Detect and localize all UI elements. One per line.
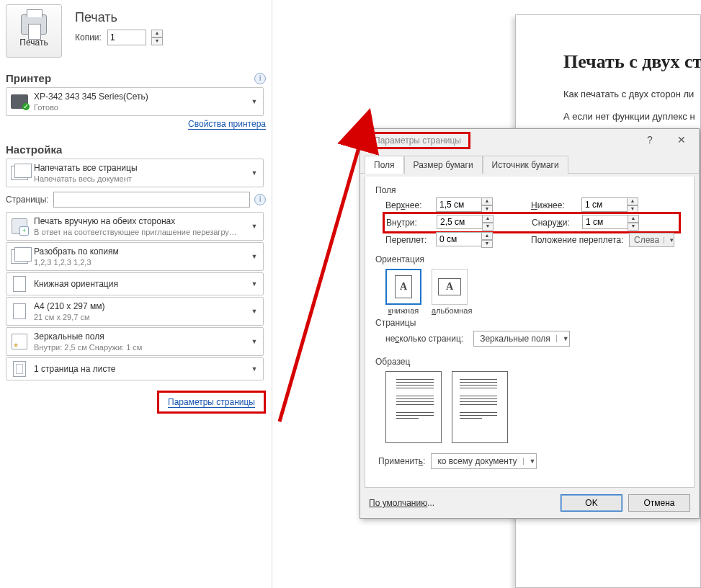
gutter-pos-value: Слева (630, 235, 664, 245)
pages-field-label: Страницы: (6, 195, 49, 205)
doc-heading: Печать с двух ст (563, 51, 700, 73)
printer-status-icon (11, 94, 28, 109)
landscape-icon: A (438, 278, 461, 295)
copies-label: Копии: (75, 32, 102, 43)
pages-icon (11, 166, 28, 180)
chevron-down-icon: ▼ (250, 273, 259, 295)
chevron-down-icon: ▼ (250, 328, 259, 355)
orientation-portrait-label: книжная (385, 306, 421, 315)
pages-info-icon[interactable]: i (254, 194, 266, 205)
margins-title: Зеркальные поля (34, 331, 247, 342)
tab-paper-source[interactable]: Источник бумаги (483, 156, 568, 174)
gutter-input[interactable] (436, 232, 482, 246)
chevron-down-icon: ▼ (250, 358, 259, 380)
preview-page-right (452, 371, 508, 443)
multi-pages-label: несколько страниц: (385, 334, 463, 344)
spin-up[interactable]: ▲ (482, 215, 494, 223)
multi-pages-value: Зеркальные поля (474, 334, 556, 344)
margins-dropdown[interactable]: Зеркальные поля Внутри: 2,5 см Снаружи: … (6, 327, 264, 356)
chevron-down-icon: ▼ (250, 159, 259, 187)
margin-top-label: Верхнее: (385, 200, 436, 210)
dialog-tabstrip: Поля Размер бумаги Источник бумаги (360, 153, 699, 174)
multi-pages-combo[interactable]: Зеркальные поля▼ (473, 331, 570, 347)
pages-scope-title: Напечатать все страницы (34, 163, 247, 174)
orientation-portrait-button[interactable]: A (385, 269, 421, 305)
spin-down[interactable]: ▼ (628, 223, 639, 231)
orientation-icon (13, 276, 26, 292)
copies-input[interactable] (107, 30, 146, 45)
chevron-down-icon: ▼ (250, 213, 259, 240)
margin-preview (385, 371, 684, 443)
spin-up[interactable]: ▲ (481, 232, 493, 240)
printer-icon (21, 14, 47, 35)
printer-name: XP-342 343 345 Series(Сеть) (34, 92, 247, 102)
margin-bottom-input[interactable] (581, 197, 628, 212)
printer-dropdown[interactable]: XP-342 343 345 Series(Сеть) Готово ▼ (6, 87, 264, 116)
chevron-down-icon: ▼ (250, 298, 259, 325)
default-button[interactable]: По умолчанию... (369, 498, 434, 508)
cancel-button[interactable]: Отмена (628, 494, 690, 512)
paper-title: A4 (210 x 297 мм) (34, 301, 247, 312)
dialog-title-highlight: Параметры страницы (365, 132, 470, 149)
close-button[interactable]: ✕ (666, 130, 697, 150)
doc-paragraph: А если нет функции дуплекс н (563, 111, 700, 122)
ok-button[interactable]: OK (561, 494, 622, 512)
tab-paper-size[interactable]: Размер бумаги (404, 156, 483, 174)
paper-size-dropdown[interactable]: A4 (210 x 297 мм) 21 см x 29,7 см ▼ (6, 297, 264, 326)
spin-up[interactable]: ▲ (627, 197, 638, 205)
gutter-pos-label: Положение переплета: (531, 235, 629, 245)
orientation-group-label: Ориентация (375, 254, 684, 264)
apply-to-label: Применить: (378, 456, 425, 466)
paper-icon (13, 303, 26, 319)
print-button[interactable]: Печать (6, 4, 62, 58)
svg-line-0 (280, 143, 360, 422)
spin-down[interactable]: ▼ (482, 223, 494, 231)
page-setup-dialog: Параметры страницы ? ✕ Поля Размер бумаг… (360, 128, 700, 519)
spin-up[interactable]: ▲ (628, 215, 639, 223)
preview-page-left (385, 371, 442, 443)
printer-properties-link[interactable]: Свойства принтера (188, 119, 266, 130)
page-setup-link-highlight: Параметры страницы (157, 391, 266, 414)
spin-up[interactable]: ▲ (481, 197, 493, 205)
orientation-landscape-label: альбомная (432, 306, 472, 315)
orientation-landscape-button[interactable]: A (432, 269, 468, 305)
orientation-dropdown[interactable]: Книжная ориентация ▼ (6, 272, 264, 295)
pages-scope-dropdown[interactable]: Напечатать все страницы Напечатать весь … (6, 159, 264, 187)
collate-title: Разобрать по копиям (34, 246, 247, 257)
margin-bottom-label: Нижнее: (531, 200, 581, 210)
section-print-title: Печать (75, 10, 163, 25)
duplex-icon (12, 218, 27, 234)
dialog-title: Параметры страницы (374, 135, 461, 146)
collate-dropdown[interactable]: Разобрать по копиям 1,2,3 1,2,3 1,2,3 ▼ (6, 242, 264, 271)
tab-fields[interactable]: Поля (365, 156, 404, 174)
portrait-icon: A (395, 275, 412, 298)
copies-spin-down[interactable]: ▼ (151, 37, 163, 45)
page-setup-link[interactable]: Параметры страницы (168, 397, 255, 408)
sample-group-label: Образец (375, 357, 684, 367)
margin-outside-input[interactable] (582, 215, 628, 229)
chevron-down-icon: ▼ (556, 335, 569, 342)
printer-status-text: Готово (34, 102, 247, 112)
pages-per-sheet-dropdown[interactable]: 1 страница на листе ▼ (6, 357, 264, 380)
margin-inside-label: Внутри: (386, 218, 437, 228)
printer-info-icon[interactable]: i (254, 73, 266, 84)
collate-icon (11, 249, 28, 264)
pages-group-label: Страницы (375, 318, 684, 328)
apply-to-combo[interactable]: ко всему документу▼ (431, 453, 536, 469)
settings-section-label: Настройка (6, 143, 62, 156)
chevron-down-icon: ▼ (523, 458, 536, 465)
gutter-pos-select: Слева▼ (629, 233, 674, 247)
spin-down[interactable]: ▼ (481, 240, 493, 248)
margin-top-input[interactable] (436, 197, 482, 212)
apply-to-value: ко всему документу (432, 456, 522, 466)
margin-inside-input[interactable] (437, 215, 483, 229)
duplex-sub: В ответ на соответствующее приглашение п… (34, 227, 247, 237)
copies-spin-up[interactable]: ▲ (151, 30, 163, 37)
collate-sub: 1,2,3 1,2,3 1,2,3 (34, 257, 247, 267)
chevron-down-icon: ▼ (250, 88, 259, 115)
duplex-dropdown[interactable]: Печать вручную на обеих сторонах В ответ… (6, 212, 264, 241)
chevron-down-icon: ▼ (250, 243, 259, 270)
pages-field-input[interactable] (53, 192, 250, 208)
gutter-label: Переплет: (385, 235, 436, 245)
help-button[interactable]: ? (634, 130, 666, 150)
